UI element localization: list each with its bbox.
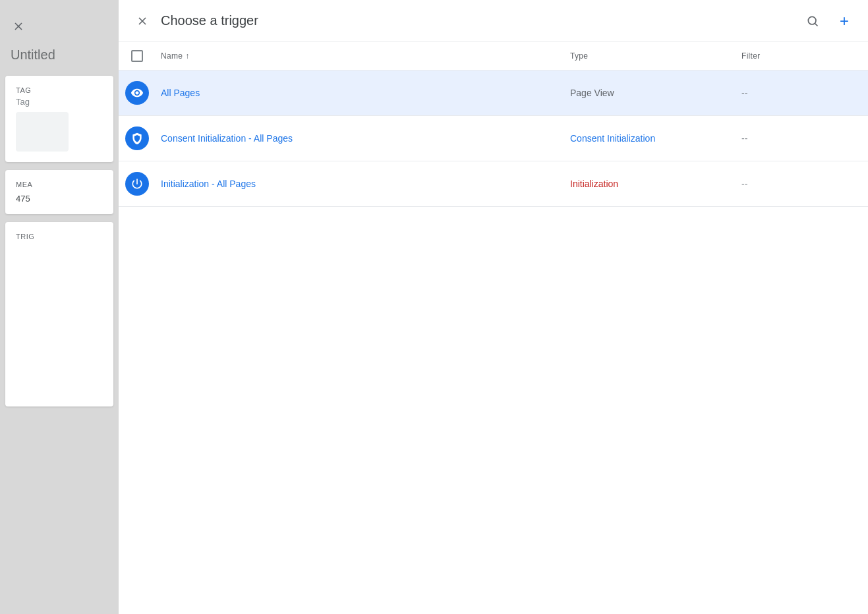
bg-trigger-card: Trig (5, 222, 113, 406)
table-row[interactable]: Initialization - All Pages Initializatio… (119, 161, 868, 207)
row-2-type: Consent Initialization (565, 116, 736, 161)
trigger-table: Name ↑ Type Filter All Pages (119, 42, 868, 614)
row-3-name[interactable]: Initialization - All Pages (156, 161, 565, 206)
name-sort-arrow: ↑ (185, 51, 189, 61)
row-1-type: Page View (565, 70, 736, 115)
header-checkbox[interactable] (119, 42, 156, 70)
search-button[interactable] (799, 8, 826, 34)
all-pages-icon (125, 81, 149, 105)
bg-trigger-label: Trig (16, 233, 103, 240)
bg-title: Untitled (0, 42, 119, 68)
bg-meas-value: 475 (16, 194, 103, 204)
svg-line-5 (815, 23, 818, 26)
background-panel: Untitled Tag Tag Mea 475 Trig (0, 0, 119, 614)
modal-close-button[interactable] (129, 8, 156, 34)
th-filter: Filter (736, 42, 868, 70)
row-1-filter: -- (736, 70, 868, 115)
bg-tag-sub: Tag (16, 97, 103, 107)
table-header: Name ↑ Type Filter (119, 42, 868, 70)
select-all-checkbox[interactable] (131, 50, 143, 62)
bg-meas-label: Mea (16, 181, 103, 188)
row-3-filter: -- (736, 161, 868, 206)
modal-header: Choose a trigger + (119, 0, 868, 42)
row-2-filter: -- (736, 116, 868, 161)
th-name[interactable]: Name ↑ (156, 42, 565, 70)
row-1-name[interactable]: All Pages (156, 70, 565, 115)
bg-tag-label: Tag (16, 86, 103, 94)
add-trigger-button[interactable]: + (831, 8, 857, 34)
th-type: Type (565, 42, 736, 70)
table-row[interactable]: Consent Initialization - All Pages Conse… (119, 116, 868, 161)
svg-point-4 (808, 16, 816, 24)
table-row[interactable]: All Pages Page View -- (119, 70, 868, 116)
modal-panel: Choose a trigger + Name ↑ (119, 0, 868, 614)
row-2-icon-cell (119, 116, 156, 161)
modal-title: Choose a trigger (161, 13, 799, 28)
row-3-type: Initialization (565, 161, 736, 206)
consent-icon (125, 126, 149, 150)
bg-tag-card: Tag Tag (5, 76, 113, 162)
row-1-icon-cell (119, 70, 156, 115)
modal-actions: + (799, 8, 857, 34)
row-3-icon-cell (119, 161, 156, 206)
bg-meas-card: Mea 475 (5, 170, 113, 214)
row-2-name[interactable]: Consent Initialization - All Pages (156, 116, 565, 161)
bg-close-button[interactable] (5, 13, 32, 40)
initialization-icon (125, 172, 149, 196)
